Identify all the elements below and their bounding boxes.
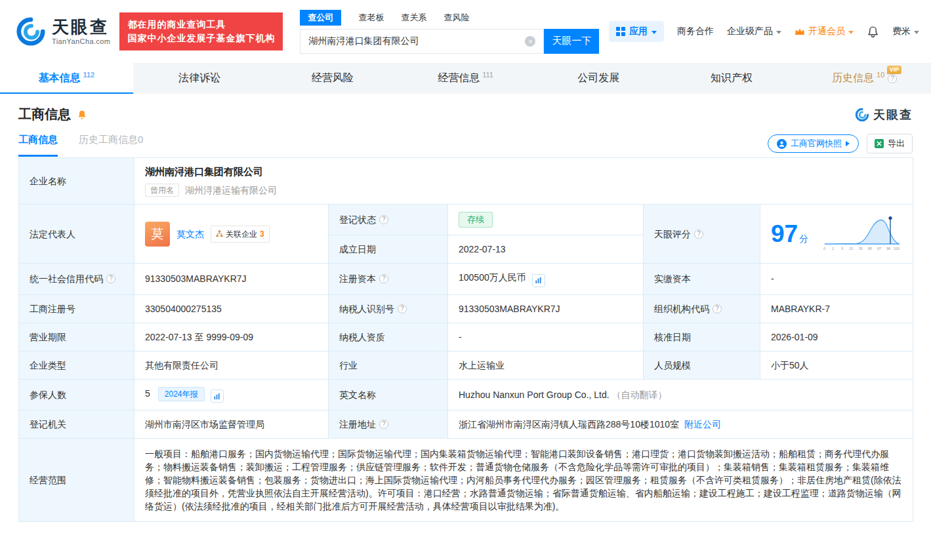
business-scope-value: 一般项目：船舶港口服务；国内货物运输代理；国际货物运输代理；国内集装箱货物运输代… <box>134 439 913 522</box>
help-icon[interactable]: ? <box>694 230 703 239</box>
chevron-down-icon <box>776 31 781 34</box>
search-tab-boss[interactable]: 查老板 <box>358 12 384 24</box>
reg-capital-value: 100500万人民币 <box>459 272 526 283</box>
nearby-companies-link[interactable]: 附近公司 <box>684 419 721 430</box>
business-term-value: 2022-07-13 至 9999-09-09 <box>134 323 329 351</box>
official-snapshot-button[interactable]: 工商官网快照 <box>768 134 859 153</box>
reg-authority-value: 湖州市南浔区市场监督管理局 <box>134 410 329 439</box>
svg-text:50: 50 <box>859 247 863 250</box>
username: 费米 <box>892 26 911 37</box>
related-companies-label: 关联企业 <box>226 228 257 241</box>
staff-size-value: 小于50人 <box>760 351 913 379</box>
table-row: 企业类型 其他有限责任公司 行业 水上运输业 人员规模 小于50人 <box>19 351 913 379</box>
tab-history-info[interactable]: VIP 历史信息 10 ? <box>798 63 931 94</box>
field-label-english-name: 英文名称 <box>329 379 448 410</box>
org-code-label: 组织机构代码 <box>654 302 709 315</box>
section-header: 工商信息 天眼查 <box>0 94 931 126</box>
slogan-line-1: 都在用的商业查询工具 <box>127 18 275 31</box>
capital-chart-icon[interactable] <box>532 274 545 287</box>
crown-icon <box>795 28 805 36</box>
user-menu[interactable]: 费米 <box>892 26 919 37</box>
enterprise-product-label: 企业级产品 <box>727 26 773 37</box>
person-badge-icon <box>777 139 787 149</box>
help-icon[interactable]: ? <box>398 304 407 313</box>
search-tab-risk[interactable]: 查风险 <box>444 12 469 24</box>
header-menu: 应用 商务合作 企业级产品 开通会员 费米 <box>609 21 919 42</box>
help-icon[interactable]: ? <box>379 215 388 224</box>
tab-basic-info[interactable]: 基本信息 112 <box>0 63 133 94</box>
field-label-legal-rep: 法定代表人 <box>19 205 134 264</box>
approval-date-value: 2026-01-09 <box>760 323 913 351</box>
help-icon[interactable]: ? <box>379 420 388 429</box>
tyc-score-label: 天眼评分 <box>654 228 691 241</box>
legal-rep-name-link[interactable]: 莫文杰 <box>176 228 204 241</box>
vip-badge: VIP <box>887 66 902 74</box>
paid-capital-value: - <box>760 264 913 295</box>
tianyancha-logo[interactable]: 天眼查 TianYanCha.com <box>16 16 110 47</box>
menu-biz-cooperation[interactable]: 商务合作 <box>677 26 714 37</box>
related-companies-tag[interactable]: 关联企业 3 <box>211 226 270 243</box>
field-label-paid-capital: 实缴资本 <box>644 264 760 295</box>
table-row: 营业期限 2022-07-13 至 9999-09-09 纳税人资质 - 核准日… <box>19 323 913 351</box>
table-row: 经营范围 一般项目：船舶港口服务；国内货物运输代理；国际货物运输代理；国内集装箱… <box>19 439 913 522</box>
chevron-down-icon <box>914 31 919 34</box>
subtab-business-info[interactable]: 工商信息 <box>18 134 58 157</box>
notification-bell-icon[interactable] <box>867 26 879 38</box>
tab-operation-risk-label: 经营风险 <box>312 71 354 85</box>
reg-status-label: 登记状态 <box>339 213 376 226</box>
svg-text:85: 85 <box>868 247 872 250</box>
legal-rep-avatar[interactable]: 莫 <box>145 222 170 247</box>
tab-legal-litigation[interactable]: 法律诉讼 <box>133 63 266 94</box>
search-input[interactable] <box>308 36 525 47</box>
search-tab-company[interactable]: 查公司 <box>300 10 341 26</box>
svg-text:100: 100 <box>894 247 900 250</box>
taxpayer-id-value: 91330503MABRAYKR7J <box>448 294 644 323</box>
help-icon[interactable]: ? <box>106 274 115 283</box>
apps-menu[interactable]: 应用 <box>609 21 664 42</box>
tab-legal-litigation-label: 法律诉讼 <box>178 71 220 85</box>
export-button[interactable]: 导出 <box>867 134 913 153</box>
org-code-value: MABRAYKR-7 <box>760 294 913 323</box>
clear-search-icon[interactable]: × <box>525 36 535 47</box>
tab-basic-info-count: 112 <box>83 71 94 79</box>
brand-slogan: 都在用的商业查询工具 国家中小企业发展子基金旗下机构 <box>119 12 283 50</box>
arrow-right-icon <box>846 141 850 146</box>
industry-value: 水上运输业 <box>448 351 644 379</box>
company-nav-tabs: 基本信息 112 法律诉讼 经营风险 经营信息 111 公司发展 知识产权 VI… <box>0 63 931 94</box>
apps-grid-icon <box>616 27 625 36</box>
field-label-business-scope: 经营范围 <box>19 439 134 522</box>
status-badge: 存续 <box>459 212 493 228</box>
top-header: 天眼查 TianYanCha.com 都在用的商业查询工具 国家中小企业发展子基… <box>0 0 931 63</box>
field-label-tyc-score: 天眼评分? <box>644 205 760 264</box>
search-button[interactable]: 天眼一下 <box>544 29 599 54</box>
tab-operation-info[interactable]: 经营信息 111 <box>399 63 532 94</box>
svg-text:3: 3 <box>841 247 843 250</box>
open-vip-link[interactable]: 开通会员 <box>795 26 854 37</box>
annual-report-tag[interactable]: 2024年报 <box>158 387 205 401</box>
menu-enterprise-product[interactable]: 企业级产品 <box>727 26 781 37</box>
table-row: 登记机关 湖州市南浔区市场监督管理局 注册地址? 浙江省湖州市南浔区南浔镇人瑞西… <box>19 410 913 439</box>
former-name-value: 湖州浔港运输有限公司 <box>185 184 277 197</box>
subtab-history-business-info[interactable]: 历史工商信息0 <box>79 134 143 155</box>
tab-company-development[interactable]: 公司发展 <box>532 63 665 94</box>
field-label-credit-code: 统一社会信用代码? <box>19 264 134 295</box>
insured-chart-icon[interactable] <box>211 390 224 403</box>
table-row: 企业名称 湖州南浔港口集团有限公司 曾用名 湖州浔港运输有限公司 <box>19 158 913 205</box>
search-box[interactable]: × <box>300 29 544 54</box>
subscribe-bell-icon[interactable] <box>77 110 87 120</box>
taxpayer-quality-value: - <box>448 323 644 351</box>
reg-number-value: 330504000275135 <box>134 294 329 323</box>
help-icon[interactable]: ? <box>713 304 722 313</box>
tab-operation-risk[interactable]: 经营风险 <box>266 63 399 94</box>
help-icon[interactable]: ? <box>888 74 897 83</box>
field-label-org-code: 组织机构代码? <box>644 294 760 323</box>
reg-capital-label: 注册资本 <box>339 272 376 285</box>
search-tab-relation[interactable]: 查关系 <box>401 12 426 24</box>
tab-intellectual-property[interactable]: 知识产权 <box>665 63 798 94</box>
tab-intellectual-property-label: 知识产权 <box>711 71 753 85</box>
field-label-reg-status: 登记状态? <box>329 205 448 235</box>
former-name-tag: 曾用名 <box>145 184 179 197</box>
search-area: 查公司 查老板 查关系 查风险 × 天眼一下 <box>300 10 599 54</box>
help-icon[interactable]: ? <box>379 274 388 283</box>
watermark-swirl-icon <box>855 108 869 122</box>
